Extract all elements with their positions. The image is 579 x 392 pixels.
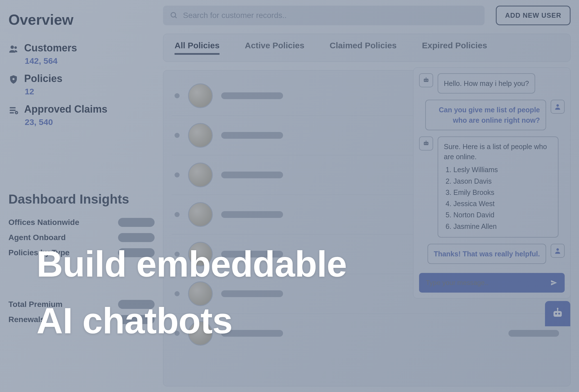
svg-rect-4 xyxy=(10,110,16,111)
status-dot xyxy=(175,93,180,98)
svg-point-11 xyxy=(427,80,428,81)
stat-value: 23, 540 xyxy=(25,117,107,127)
stat-label: Approved Claims xyxy=(24,103,107,115)
svg-point-18 xyxy=(557,248,559,251)
search-input[interactable] xyxy=(183,11,478,20)
avatar xyxy=(188,202,213,227)
chatbot-panel: Hello. How may i help you? Can you give … xyxy=(413,67,571,298)
tabs: All Policies Active Policies Claimed Pol… xyxy=(163,34,571,62)
tab-expired-policies[interactable]: Expired Policies xyxy=(422,41,487,55)
svg-point-1 xyxy=(14,46,17,49)
overview-title: Overview xyxy=(8,11,155,28)
text-placeholder xyxy=(221,172,283,178)
status-dot xyxy=(175,133,180,138)
online-users-list: Lesly Williams Jason Davis Emily Brooks … xyxy=(453,165,552,231)
search-icon xyxy=(170,12,178,19)
bot-icon xyxy=(419,73,433,87)
tab-claimed-policies[interactable]: Claimed Policies xyxy=(330,41,397,55)
text-placeholder xyxy=(508,330,559,337)
text-placeholder xyxy=(221,92,283,99)
svg-point-7 xyxy=(171,13,176,17)
chat-input[interactable] xyxy=(426,279,550,287)
svg-point-23 xyxy=(557,308,558,309)
stat-value: 142, 564 xyxy=(25,56,77,66)
text-placeholder xyxy=(221,211,283,218)
chat-message-bot: Hello. How may i help you? xyxy=(419,73,565,94)
hero-text: Build embeddable AI chatbots xyxy=(37,236,347,349)
chatbot-fab[interactable] xyxy=(545,301,570,326)
svg-point-10 xyxy=(425,80,426,81)
svg-rect-14 xyxy=(424,142,428,145)
topbar: ADD NEW USER xyxy=(163,6,571,25)
insight-value-placeholder xyxy=(118,218,155,227)
status-dot xyxy=(175,212,180,217)
tab-active-policies[interactable]: Active Policies xyxy=(245,41,304,55)
tab-all-policies[interactable]: All Policies xyxy=(175,41,220,55)
send-icon[interactable] xyxy=(550,279,558,287)
svg-point-21 xyxy=(558,313,560,315)
search-box[interactable] xyxy=(163,6,485,25)
chat-message-user: Can you give me list of people who are o… xyxy=(419,100,565,130)
insight-row[interactable]: Offices Nationwide xyxy=(8,218,155,227)
svg-rect-3 xyxy=(10,107,16,109)
stat-label: Policies xyxy=(24,73,62,85)
users-icon xyxy=(8,44,19,54)
chat-compose[interactable] xyxy=(419,273,565,293)
stat-approved-claims[interactable]: Approved Claims 23, 540 xyxy=(8,103,155,127)
svg-point-15 xyxy=(425,143,426,144)
svg-line-8 xyxy=(175,17,177,18)
svg-point-16 xyxy=(427,143,428,144)
svg-point-20 xyxy=(555,313,557,315)
chat-bubble: Hello. How may i help you? xyxy=(438,73,535,94)
shield-icon xyxy=(8,74,19,85)
svg-rect-5 xyxy=(10,112,14,114)
svg-point-2 xyxy=(12,78,15,80)
chat-message-user: Thanks! That was really helpful. xyxy=(419,244,565,264)
chat-bubble: Sure. Here is a list of people who are o… xyxy=(438,136,558,238)
avatar xyxy=(188,163,213,187)
user-icon xyxy=(551,244,565,258)
checklist-icon xyxy=(8,105,19,115)
svg-point-13 xyxy=(557,104,559,107)
status-dot xyxy=(175,172,180,177)
svg-point-0 xyxy=(11,45,14,49)
chat-bubble: Thanks! That was really helpful. xyxy=(428,244,546,264)
stat-label: Customers xyxy=(24,42,77,54)
insights-title: Dashboard Insights xyxy=(8,192,155,207)
bot-icon xyxy=(419,136,433,151)
svg-rect-19 xyxy=(553,311,562,317)
chat-message-bot: Sure. Here is a list of people who are o… xyxy=(419,136,565,238)
add-user-button[interactable]: ADD NEW USER xyxy=(496,6,571,25)
stat-value: 12 xyxy=(25,87,62,96)
stat-customers[interactable]: Customers 142, 564 xyxy=(8,42,155,66)
text-placeholder xyxy=(221,132,283,139)
avatar xyxy=(188,123,213,148)
avatar xyxy=(188,83,213,108)
stat-policies[interactable]: Policies 12 xyxy=(8,73,155,96)
user-icon xyxy=(551,100,565,114)
chat-bubble: Can you give me list of people who are o… xyxy=(425,100,546,130)
svg-rect-9 xyxy=(424,79,428,82)
